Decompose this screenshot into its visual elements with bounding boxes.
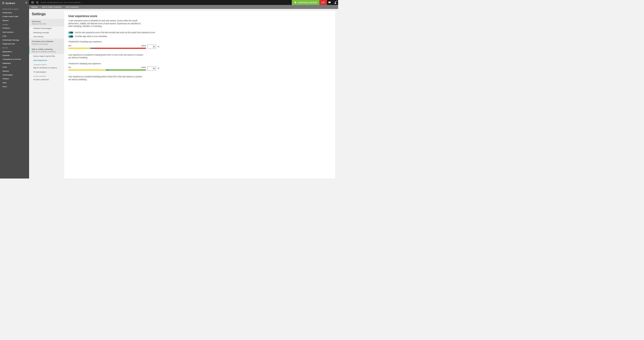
satisfying-input[interactable] — [148, 66, 156, 70]
satisfying-explain: User experience is considered Satisfying… — [68, 76, 144, 81]
crumb-0[interactable]: Settings — [29, 5, 40, 9]
settings-nav: Settings MonitoringSetup and overview⌃Mo… — [29, 9, 64, 179]
frustrating-slider-track[interactable]: 30% — [68, 48, 146, 49]
settings-subitem[interactable]: Host naming — [29, 35, 64, 39]
toggle-use-last-action-label: Use the user experience score of the las… — [75, 32, 155, 34]
chevron-down-icon: ⌄ — [60, 41, 62, 44]
nav-item[interactable]: User sessions — [0, 30, 29, 34]
svg-rect-5 — [32, 2, 32, 3]
breadcrumb: Settings Web & mobile monitoring User Ex… — [29, 5, 338, 9]
nav-section-title: Analyze — [0, 23, 29, 26]
chat-icon[interactable] — [327, 0, 332, 5]
nav-item[interactable]: Smartscape topology — [0, 38, 29, 42]
toggle-rage-clicks[interactable]: I — [68, 35, 73, 38]
achievement-banner[interactable]: Achievement unlocked! — [292, 0, 319, 5]
settings-subitem[interactable]: User Experience — [29, 58, 64, 62]
nav-item[interactable]: AWS — [0, 81, 29, 85]
toggle-use-last-action[interactable]: I — [68, 32, 73, 34]
settings-subitem[interactable]: Provider breakdown — [29, 78, 64, 82]
settings-group-header[interactable]: Web & mobile monitoringReal user & synth… — [29, 46, 64, 54]
frustrating-input[interactable] — [148, 45, 156, 49]
satisfying-min: 0% — [68, 66, 71, 69]
svg-rect-6 — [32, 2, 32, 3]
settings-subitem[interactable]: Monitored technologies — [29, 27, 64, 31]
main-sidebar: dynatrace Dashboards & reportsDashboards… — [0, 0, 29, 179]
nav-item[interactable]: Databases — [0, 61, 29, 65]
nav-item[interactable]: Synthetic — [0, 54, 29, 57]
nav-item[interactable]: Create custom chart — [0, 15, 29, 18]
svg-rect-8 — [33, 2, 33, 3]
nav-item[interactable]: Diagnostic tools — [0, 42, 29, 46]
trophy-icon — [294, 1, 296, 4]
satisfying-slider-handle[interactable] — [106, 70, 108, 71]
notification-count[interactable]: 226 — [319, 0, 327, 5]
settings-group-header[interactable]: MonitoringSetup and overview⌃ — [29, 19, 64, 27]
nav-section-title: Monitor — [0, 46, 29, 50]
svg-point-12 — [335, 2, 336, 3]
nav-item[interactable]: Dashboards — [0, 11, 29, 15]
achievement-text: Achievement unlocked! — [298, 1, 317, 4]
frustrating-heading: Threshold for Frustrating user experienc… — [68, 41, 331, 43]
satisfying-slider-track[interactable]: 50% — [68, 70, 146, 71]
frustrating-explain: User experience is considered Frustratin… — [68, 54, 144, 59]
nav-section-title: Dashboards & reports — [0, 7, 29, 11]
nav-item[interactable]: Hosts — [0, 65, 29, 69]
panel-description: A user experience score is calculated fo… — [68, 20, 144, 28]
settings-subitem[interactable]: Map IP addresses to locations — [29, 66, 64, 70]
nav-item[interactable]: Network — [0, 69, 29, 73]
nav-item[interactable]: Applications — [0, 50, 29, 54]
frustrating-max: 100% — [141, 45, 146, 47]
logo[interactable]: dynatrace — [2, 2, 15, 5]
svg-rect-2 — [32, 2, 32, 2]
topbar: Achievement unlocked! 226 — [29, 0, 338, 5]
settings-group-header[interactable]: Processes and containersDetection and na… — [29, 39, 64, 46]
nav-item[interactable]: Technologies — [0, 73, 29, 77]
crumb-1[interactable]: Web & mobile monitoring — [40, 5, 64, 9]
user-icon[interactable] — [332, 0, 338, 5]
svg-rect-9 — [32, 3, 33, 3]
nav-item[interactable]: VMware — [0, 77, 29, 81]
svg-rect-4 — [33, 2, 33, 2]
panel-title: User experience score — [68, 15, 331, 18]
search-icon[interactable] — [36, 1, 39, 4]
pct-sign: % — [158, 46, 159, 48]
search-input[interactable] — [41, 1, 90, 4]
toggle-rage-clicks-label: Consider rage clicks in score calculatio… — [75, 35, 107, 38]
svg-rect-1 — [32, 2, 32, 2]
logo-icon — [2, 2, 5, 5]
settings-subitem[interactable]: Source maps & symbol files — [29, 54, 64, 58]
svg-line-11 — [38, 3, 38, 4]
settings-subitem[interactable]: IP determination — [29, 70, 64, 74]
svg-point-10 — [36, 2, 38, 3]
nav-item[interactable]: Logs — [0, 34, 29, 38]
satisfying-max: 100% — [141, 66, 146, 69]
settings-panel: User experience score A user experience … — [64, 11, 336, 179]
frustrating-min: 0% — [68, 45, 71, 47]
settings-subitem[interactable]: Monitoring overview — [29, 31, 64, 35]
keyboard-icon[interactable] — [31, 1, 34, 3]
svg-rect-3 — [33, 2, 33, 2]
chevron-up-icon: ⌃ — [60, 21, 62, 23]
nav-item[interactable]: Azure — [0, 85, 29, 89]
frustrating-slider-handle[interactable] — [90, 48, 93, 49]
nav-item[interactable]: Transactions & services — [0, 57, 29, 61]
pct-sign-2: % — [158, 67, 159, 70]
settings-subheading: Geographic regions — [29, 62, 64, 66]
settings-title: Settings — [29, 12, 64, 19]
satisfying-heading: Threshold for Satisfying user experience — [68, 63, 331, 65]
nav-item[interactable]: Reports — [0, 18, 29, 22]
back-icon[interactable] — [25, 2, 28, 5]
settings-subheading: Content resources — [29, 74, 64, 78]
svg-rect-7 — [33, 2, 33, 3]
crumb-2[interactable]: User Experience — [64, 5, 81, 9]
logo-text: dynatrace — [5, 2, 15, 5]
nav-item[interactable]: Problems — [0, 26, 29, 30]
chevron-up-icon: ⌃ — [60, 49, 62, 51]
